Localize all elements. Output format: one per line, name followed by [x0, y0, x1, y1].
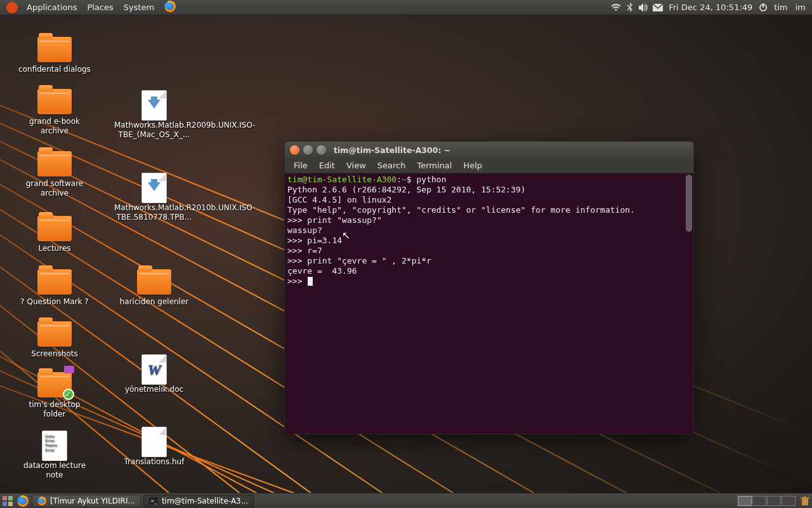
trash-icon[interactable]	[798, 493, 812, 509]
window-minimize-button[interactable]	[303, 145, 313, 155]
terminal-output[interactable]: tim@tim-Satellite-A300:~$ python Python …	[285, 173, 693, 288]
terminal-prompt-path: ~	[402, 175, 407, 184]
terminal-line: python	[417, 175, 447, 184]
taskbar-item-firefox[interactable]: [Timur Aykut YILDIRI...	[32, 495, 141, 507]
firefox-taskbar-launcher[interactable]	[15, 493, 30, 509]
desktop-icon-grand-ebook-archive[interactable]: grand e-book archive	[16, 86, 93, 136]
scrollbar-thumb[interactable]	[686, 175, 692, 232]
sync-ok-badge-icon: ✓	[63, 389, 74, 400]
shutdown-icon[interactable]	[756, 0, 770, 15]
workspace-1[interactable]	[738, 496, 752, 506]
desktop-icon-grand-software-archive[interactable]: grand software archive	[16, 149, 93, 198]
terminal-line: çevre = 43.96	[287, 266, 357, 276]
desktop-icon-datacom-lecture-note[interactable]: Data Error Repea Error datacom lecture n…	[16, 431, 93, 480]
menu-system[interactable]: System	[119, 3, 159, 12]
terminal-icon: >_	[149, 497, 158, 505]
desktop-icon-hariciden-gelenler[interactable]: hariciden gelenler	[107, 267, 202, 307]
svg-rect-4	[8, 496, 13, 500]
desktop-icon-label: grand software archive	[16, 179, 93, 198]
download-file-icon	[141, 173, 167, 203]
terminal-line: Python 2.6.6 (r266:84292, Sep 15 2010, 1…	[287, 185, 526, 194]
word-file-icon	[141, 354, 167, 385]
workspace-switcher[interactable]	[738, 496, 796, 506]
desktop-icon-label: yönetmelik.doc	[124, 385, 185, 394]
svg-rect-11	[804, 496, 806, 497]
terminal-body[interactable]: tim@tim-Satellite-A300:~$ python Python …	[285, 173, 693, 434]
desktop-icon-label: tim's desktop folder	[16, 400, 93, 419]
bookmark-badge-icon	[64, 366, 74, 373]
desktop-icon-matlab-2009b[interactable]: Mathworks.Matlab.R2009b.UNIX.ISO-TBE_(Ma…	[107, 90, 202, 140]
desktop-icon-label: ? Question Mark ?	[19, 297, 89, 307]
terminal-cursor	[308, 277, 313, 286]
window-maximize-button[interactable]	[317, 145, 326, 155]
workspace-3[interactable]	[767, 496, 781, 506]
workspace-2[interactable]	[752, 496, 766, 506]
window-close-button[interactable]	[290, 145, 299, 155]
wifi-icon[interactable]	[609, 0, 623, 15]
text-file-icon: Data Error Repea Error	[42, 431, 67, 461]
generic-file-icon	[141, 427, 167, 457]
bluetooth-icon[interactable]	[623, 0, 637, 15]
desktop-icon-confidental-dialogs[interactable]: confidental dialogs	[16, 34, 93, 74]
desktop-icon-label: hariciden gelenler	[119, 297, 190, 307]
window-titlebar[interactable]: tim@tim-Satellite-A300: ~	[285, 142, 693, 158]
svg-rect-2	[763, 3, 764, 8]
desktop-icon-tims-desktop-folder[interactable]: ✓ tim's desktop folder	[16, 370, 93, 419]
user-menu[interactable]: tim	[770, 3, 791, 12]
terminal-scrollbar[interactable]	[684, 173, 693, 434]
desktop-icon-label: Screenshots	[30, 349, 79, 359]
desktop-icon-translations-huf[interactable]: Translations.huf	[107, 427, 202, 467]
terminal-window[interactable]: tim@tim-Satellite-A300: ~ File Edit View…	[284, 141, 694, 434]
bottom-panel: [Timur Aykut YILDIRI... >_ tim@tim-Satel…	[0, 493, 812, 508]
desktop-icon-question-mark[interactable]: ? Question Mark ?	[16, 267, 93, 307]
terminal-prompt-user: tim@tim-Satellite-A300	[287, 175, 396, 184]
mail-icon[interactable]	[651, 0, 665, 15]
menu-applications[interactable]: Applications	[22, 3, 82, 12]
menu-edit[interactable]: Edit	[314, 159, 340, 171]
firefox-icon	[17, 495, 29, 507]
menu-help[interactable]: Help	[458, 159, 487, 171]
terminal-line: Type "help", "copyright", "credits" or "…	[287, 205, 635, 215]
terminal-line: >>> print "çevre = " , 2*pi*r	[287, 256, 431, 265]
desktop-icon-matlab-2010b[interactable]: Mathworks.Matlab.R2010b.UNIX.ISO-TBE.581…	[107, 173, 202, 222]
menu-view[interactable]: View	[341, 159, 371, 171]
desktop-icon-screenshots[interactable]: Screenshots	[16, 319, 93, 359]
workspace-4[interactable]	[782, 496, 796, 506]
show-desktop-button[interactable]	[0, 493, 15, 509]
firefox-launcher[interactable]	[159, 1, 181, 14]
terminal-line: >>> r=7	[287, 246, 322, 255]
svg-rect-9	[802, 498, 808, 505]
desktop-icon-label: datacom lecture note	[16, 461, 93, 480]
svg-rect-3	[3, 496, 7, 500]
menu-file[interactable]: File	[289, 159, 313, 171]
menu-search[interactable]: Search	[372, 159, 411, 171]
terminal-line: >>>	[287, 276, 307, 286]
desktop-icon-yonetmelik-doc[interactable]: yönetmelik.doc	[107, 354, 202, 394]
firefox-icon	[37, 497, 46, 505]
desktop-icon-label: Mathworks.Matlab.R2010b.UNIX.ISO-TBE.581…	[113, 203, 195, 222]
desktop-icon-lectures[interactable]: Lectures	[16, 213, 93, 253]
im-indicator[interactable]: im	[792, 3, 809, 12]
taskbar-item-terminal[interactable]: >_ tim@tim-Satellite-A3...	[143, 495, 254, 507]
terminal-line: [GCC 4.4.5] on linux2	[287, 195, 391, 204]
download-file-icon	[141, 90, 167, 121]
taskbar-item-label: [Timur Aykut YILDIRI...	[50, 497, 135, 505]
desktop-icon-label: Lectures	[37, 244, 72, 253]
window-title: tim@tim-Satellite-A300: ~	[334, 145, 450, 155]
desktop-icon-label: Translations.huf	[123, 457, 186, 467]
svg-rect-6	[8, 502, 13, 506]
taskbar-item-label: tim@tim-Satellite-A3...	[162, 497, 248, 505]
clock[interactable]: Fri Dec 24, 10:51:49	[665, 3, 756, 12]
terminal-line: wassup?	[287, 225, 322, 235]
terminal-menubar: File Edit View Search Terminal Help	[285, 158, 693, 173]
terminal-line: >>> print "wassup?"	[287, 215, 382, 225]
menu-places[interactable]: Places	[82, 3, 118, 12]
terminal-line: >>> pi=3.14	[287, 236, 342, 245]
desktop-icon-label: confidental dialogs	[17, 65, 92, 74]
top-panel: Applications Places System Fri Dec 24, 1…	[0, 0, 812, 15]
svg-text:>_: >_	[150, 498, 158, 504]
firefox-icon	[164, 1, 176, 12]
volume-icon[interactable]	[637, 0, 651, 15]
ubuntu-logo-icon[interactable]	[6, 2, 18, 13]
menu-terminal[interactable]: Terminal	[412, 159, 457, 171]
